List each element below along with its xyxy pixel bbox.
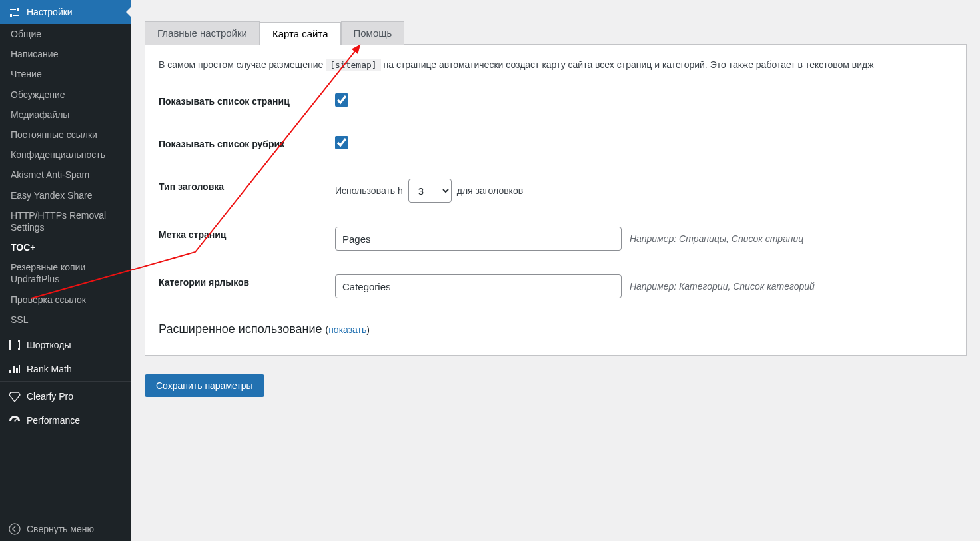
sidebar-sub-http-removal[interactable]: HTTP/HTTPs Removal Settings (0, 205, 131, 237)
sidebar-sub-updraft[interactable]: Резервные копии UpdraftPlus (0, 257, 131, 289)
main-content: Главные настройки Карта сайта Помощь В с… (131, 0, 980, 541)
sidebar-item-rankmath[interactable]: Rank Math (0, 357, 131, 381)
sidebar-sub-media[interactable]: Медиафайлы (0, 105, 131, 125)
tab-help[interactable]: Помощь (341, 21, 405, 45)
label-show-pages: Показывать список страниц (159, 93, 335, 107)
tab-sitemap[interactable]: Карта сайта (260, 22, 341, 45)
label-heading-type: Тип заголовка (159, 179, 335, 192)
advanced-usage-heading: Расширенное использование (показать) (159, 322, 953, 336)
input-pages-label[interactable] (335, 227, 622, 251)
row-pages-label: Метка страниц Например: Страницы, Список… (159, 227, 953, 251)
sidebar-sub-permalinks[interactable]: Постоянные ссылки (0, 125, 131, 145)
label-cats-label: Категории ярлыков (159, 274, 335, 288)
checkbox-show-cats[interactable] (335, 136, 348, 149)
intro-text: В самом простом случае размещение [sitem… (159, 58, 953, 72)
diamond-icon (8, 390, 21, 403)
sitemap-panel: В самом простом случае размещение [sitem… (145, 44, 967, 356)
shortcode-code: [sitemap] (326, 59, 380, 71)
sidebar-sub-linkcheck[interactable]: Проверка ссылок (0, 290, 131, 310)
row-show-cats: Показывать список рубрик (159, 136, 953, 149)
sidebar-item-clearfy[interactable]: Clearfy Pro (0, 384, 131, 408)
sidebar-item-label: Настройки (27, 7, 73, 17)
hint-pages-label: Например: Страницы, Список страниц (630, 233, 803, 244)
brackets-icon (8, 338, 21, 352)
save-button[interactable]: Сохранить параметры (145, 374, 264, 397)
svg-point-0 (9, 524, 20, 534)
collapse-icon (8, 522, 21, 536)
row-heading-type: Тип заголовка Использовать h 3 для загол… (159, 179, 953, 203)
label-show-cats: Показывать список рубрик (159, 136, 335, 149)
sidebar-sub-reading[interactable]: Чтение (0, 64, 131, 84)
sidebar-sub-privacy[interactable]: Конфиденциальность (0, 145, 131, 165)
gauge-icon (8, 414, 21, 427)
sidebar-sub-akismet[interactable]: Akismet Anti-Spam (0, 165, 131, 185)
sidebar-sub-general[interactable]: Общие (0, 24, 131, 44)
sidebar-item-settings[interactable]: Настройки (0, 0, 131, 24)
collapse-menu-button[interactable]: Свернуть меню (0, 517, 131, 541)
hint-cats-label: Например: Категории, Список категорий (630, 281, 815, 292)
row-cats-label: Категории ярлыков Например: Категории, С… (159, 274, 953, 298)
heading-after-text: для заголовков (457, 185, 523, 196)
sidebar-item-shortcodes[interactable]: Шорткоды (0, 333, 131, 357)
sidebar-sub-ssl[interactable]: SSL (0, 310, 131, 330)
row-show-pages: Показывать список страниц (159, 93, 953, 107)
sidebar-sub-writing[interactable]: Написание (0, 44, 131, 64)
heading-before-text: Использовать h (335, 185, 403, 196)
label-pages-label: Метка страниц (159, 227, 335, 240)
input-cats-label[interactable] (335, 274, 622, 298)
bar-chart-icon (8, 362, 21, 376)
tab-main-settings[interactable]: Главные настройки (145, 21, 260, 45)
sidebar-sub-easy-yandex[interactable]: Easy Yandex Share (0, 185, 131, 205)
admin-sidebar: Настройки Общие Написание Чтение Обсужде… (0, 0, 131, 541)
settings-tabs: Главные настройки Карта сайта Помощь (145, 21, 967, 45)
sidebar-sub-discussion[interactable]: Обсуждение (0, 85, 131, 105)
checkbox-show-pages[interactable] (335, 93, 348, 107)
advanced-show-link[interactable]: показать (328, 324, 366, 335)
select-heading-level[interactable]: 3 (408, 179, 452, 203)
sidebar-item-performance[interactable]: Performance (0, 408, 131, 432)
sidebar-sub-tocplus[interactable]: TOC+ (0, 237, 131, 257)
sliders-icon (8, 5, 21, 19)
